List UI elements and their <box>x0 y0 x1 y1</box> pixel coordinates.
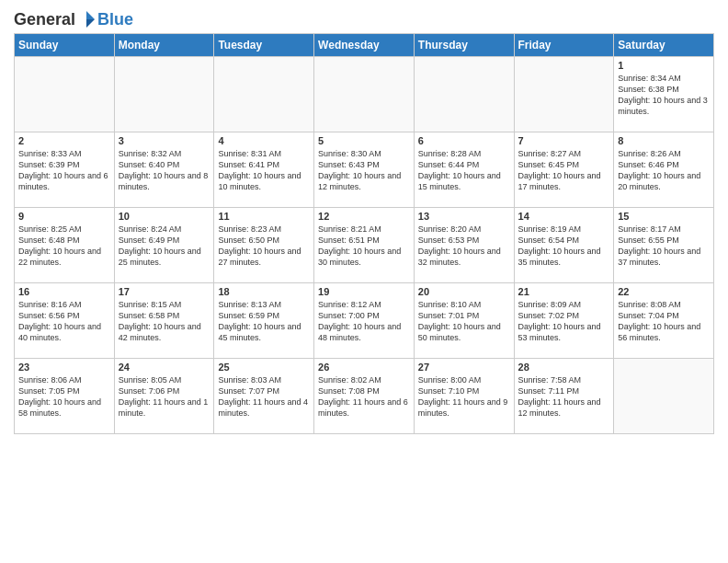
day-info: Sunrise: 8:06 AM Sunset: 7:05 PM Dayligh… <box>18 374 110 419</box>
day-number: 16 <box>18 286 110 297</box>
calendar-cell: 24Sunrise: 8:05 AM Sunset: 7:06 PM Dayli… <box>114 359 214 434</box>
day-number: 18 <box>218 286 310 297</box>
calendar-cell <box>15 57 115 132</box>
day-number: 2 <box>18 135 110 146</box>
day-number: 21 <box>518 286 610 297</box>
day-number: 14 <box>518 211 610 222</box>
day-number: 20 <box>418 286 510 297</box>
day-info: Sunrise: 8:08 AM Sunset: 7:04 PM Dayligh… <box>618 299 710 344</box>
calendar-header-row: SundayMondayTuesdayWednesdayThursdayFrid… <box>15 34 714 57</box>
day-info: Sunrise: 8:26 AM Sunset: 6:46 PM Dayligh… <box>618 148 710 193</box>
calendar-cell: 21Sunrise: 8:09 AM Sunset: 7:02 PM Dayli… <box>514 283 614 359</box>
day-header-friday: Friday <box>514 34 614 57</box>
logo-flag-icon <box>76 9 97 29</box>
calendar-cell: 26Sunrise: 8:02 AM Sunset: 7:08 PM Dayli… <box>314 359 415 434</box>
day-info: Sunrise: 8:10 AM Sunset: 7:01 PM Dayligh… <box>418 299 510 344</box>
calendar-week-2: 9Sunrise: 8:25 AM Sunset: 6:48 PM Daylig… <box>15 208 714 283</box>
day-info: Sunrise: 8:05 AM Sunset: 7:06 PM Dayligh… <box>119 374 210 419</box>
calendar-cell: 23Sunrise: 8:06 AM Sunset: 7:05 PM Dayli… <box>15 359 115 434</box>
calendar-cell: 20Sunrise: 8:10 AM Sunset: 7:01 PM Dayli… <box>414 283 514 359</box>
day-info: Sunrise: 8:09 AM Sunset: 7:02 PM Dayligh… <box>518 299 610 344</box>
calendar-cell: 9Sunrise: 8:25 AM Sunset: 6:48 PM Daylig… <box>15 208 115 283</box>
calendar-cell: 8Sunrise: 8:26 AM Sunset: 6:46 PM Daylig… <box>614 132 714 208</box>
day-header-tuesday: Tuesday <box>214 34 314 57</box>
day-number: 23 <box>18 362 110 373</box>
calendar-cell: 12Sunrise: 8:21 AM Sunset: 6:51 PM Dayli… <box>314 208 415 283</box>
day-number: 8 <box>618 135 710 146</box>
day-info: Sunrise: 8:13 AM Sunset: 6:59 PM Dayligh… <box>218 299 310 344</box>
calendar-cell <box>614 359 714 434</box>
day-header-wednesday: Wednesday <box>314 34 415 57</box>
day-number: 4 <box>218 135 310 146</box>
day-info: Sunrise: 8:12 AM Sunset: 7:00 PM Dayligh… <box>318 299 410 344</box>
day-number: 10 <box>119 211 210 222</box>
svg-marker-0 <box>86 11 95 19</box>
day-number: 22 <box>618 286 710 297</box>
calendar-cell: 28Sunrise: 7:58 AM Sunset: 7:11 PM Dayli… <box>514 359 614 434</box>
calendar-cell: 1Sunrise: 8:34 AM Sunset: 6:38 PM Daylig… <box>614 57 714 132</box>
day-info: Sunrise: 8:28 AM Sunset: 6:44 PM Dayligh… <box>418 148 510 193</box>
calendar-cell <box>414 57 514 132</box>
calendar-cell: 7Sunrise: 8:27 AM Sunset: 6:45 PM Daylig… <box>514 132 614 208</box>
day-number: 6 <box>418 135 510 146</box>
day-info: Sunrise: 8:21 AM Sunset: 6:51 PM Dayligh… <box>318 224 410 269</box>
calendar-cell: 22Sunrise: 8:08 AM Sunset: 7:04 PM Dayli… <box>614 283 714 359</box>
day-info: Sunrise: 8:03 AM Sunset: 7:07 PM Dayligh… <box>218 374 310 419</box>
calendar-cell: 10Sunrise: 8:24 AM Sunset: 6:49 PM Dayli… <box>114 208 214 283</box>
day-info: Sunrise: 8:25 AM Sunset: 6:48 PM Dayligh… <box>18 224 110 269</box>
day-info: Sunrise: 8:24 AM Sunset: 6:49 PM Dayligh… <box>119 224 210 269</box>
day-number: 9 <box>18 211 110 222</box>
day-number: 26 <box>318 362 410 373</box>
calendar-cell: 3Sunrise: 8:32 AM Sunset: 6:40 PM Daylig… <box>114 132 214 208</box>
day-info: Sunrise: 8:34 AM Sunset: 6:38 PM Dayligh… <box>618 73 710 118</box>
day-info: Sunrise: 7:58 AM Sunset: 7:11 PM Dayligh… <box>518 374 610 419</box>
calendar-week-1: 2Sunrise: 8:33 AM Sunset: 6:39 PM Daylig… <box>15 132 714 208</box>
day-info: Sunrise: 8:33 AM Sunset: 6:39 PM Dayligh… <box>18 148 110 193</box>
svg-marker-1 <box>86 19 95 28</box>
calendar-cell: 14Sunrise: 8:19 AM Sunset: 6:54 PM Dayli… <box>514 208 614 283</box>
day-header-saturday: Saturday <box>614 34 714 57</box>
day-header-sunday: Sunday <box>15 34 115 57</box>
day-info: Sunrise: 8:23 AM Sunset: 6:50 PM Dayligh… <box>218 224 310 269</box>
day-info: Sunrise: 8:27 AM Sunset: 6:45 PM Dayligh… <box>518 148 610 193</box>
day-number: 13 <box>418 211 510 222</box>
day-header-thursday: Thursday <box>414 34 514 57</box>
day-info: Sunrise: 8:16 AM Sunset: 6:56 PM Dayligh… <box>18 299 110 344</box>
day-number: 17 <box>119 286 210 297</box>
calendar-cell: 25Sunrise: 8:03 AM Sunset: 7:07 PM Dayli… <box>214 359 314 434</box>
calendar-week-4: 23Sunrise: 8:06 AM Sunset: 7:05 PM Dayli… <box>15 359 714 434</box>
day-number: 3 <box>119 135 210 146</box>
calendar-cell: 17Sunrise: 8:15 AM Sunset: 6:58 PM Dayli… <box>114 283 214 359</box>
day-number: 19 <box>318 286 410 297</box>
day-info: Sunrise: 8:02 AM Sunset: 7:08 PM Dayligh… <box>318 374 410 419</box>
logo-blue: Blue <box>97 10 133 29</box>
calendar-cell <box>114 57 214 132</box>
day-info: Sunrise: 8:32 AM Sunset: 6:40 PM Dayligh… <box>119 148 210 193</box>
day-info: Sunrise: 8:19 AM Sunset: 6:54 PM Dayligh… <box>518 224 610 269</box>
calendar-cell: 15Sunrise: 8:17 AM Sunset: 6:55 PM Dayli… <box>614 208 714 283</box>
day-info: Sunrise: 8:15 AM Sunset: 6:58 PM Dayligh… <box>119 299 210 344</box>
day-info: Sunrise: 8:00 AM Sunset: 7:10 PM Dayligh… <box>418 374 510 419</box>
day-number: 15 <box>618 211 710 222</box>
calendar-cell: 2Sunrise: 8:33 AM Sunset: 6:39 PM Daylig… <box>15 132 115 208</box>
day-number: 11 <box>218 211 310 222</box>
calendar-cell: 13Sunrise: 8:20 AM Sunset: 6:53 PM Dayli… <box>414 208 514 283</box>
calendar-cell: 11Sunrise: 8:23 AM Sunset: 6:50 PM Dayli… <box>214 208 314 283</box>
day-number: 1 <box>618 60 710 71</box>
calendar-cell: 6Sunrise: 8:28 AM Sunset: 6:44 PM Daylig… <box>414 132 514 208</box>
calendar-week-0: 1Sunrise: 8:34 AM Sunset: 6:38 PM Daylig… <box>15 57 714 132</box>
logo-general: General <box>14 10 75 29</box>
day-number: 24 <box>119 362 210 373</box>
logo: General Blue <box>14 9 133 29</box>
day-number: 5 <box>318 135 410 146</box>
calendar-cell <box>314 57 415 132</box>
day-info: Sunrise: 8:20 AM Sunset: 6:53 PM Dayligh… <box>418 224 510 269</box>
day-number: 28 <box>518 362 610 373</box>
day-number: 7 <box>518 135 610 146</box>
calendar-cell: 5Sunrise: 8:30 AM Sunset: 6:43 PM Daylig… <box>314 132 415 208</box>
day-number: 12 <box>318 211 410 222</box>
day-info: Sunrise: 8:31 AM Sunset: 6:41 PM Dayligh… <box>218 148 310 193</box>
calendar: SundayMondayTuesdayWednesdayThursdayFrid… <box>14 33 714 434</box>
day-header-monday: Monday <box>114 34 214 57</box>
day-number: 25 <box>218 362 310 373</box>
